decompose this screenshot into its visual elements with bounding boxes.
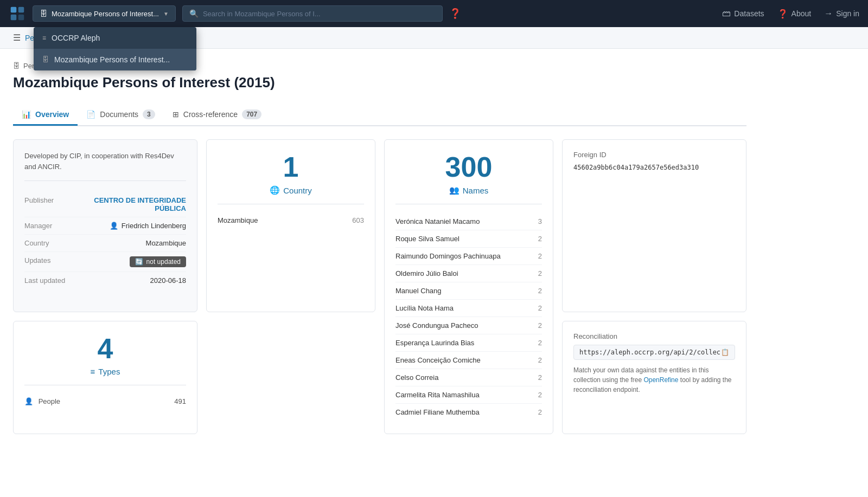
names-list: Verónica Nataniel Macamo 3 Roque Silva S… [395,213,542,421]
name-count-2: 2 [538,252,542,260]
svg-rect-1 [18,7,24,13]
names-stat-number: 300 [395,153,542,181]
tab-overview[interactable]: 📊 Overview [13,105,78,126]
search-input[interactable] [203,10,436,18]
nav-datasets[interactable]: 🗃 Datasets [722,9,764,18]
name-11: Cadmiel Filiane Muthemba [395,408,480,416]
name-count-6: 2 [538,321,542,330]
name-item: José Condungua Pacheco 2 [395,317,542,334]
reconciliation-url: https://aleph.occrp.org/api/2/collec [579,348,720,356]
database-icon-2: 🗄 [42,56,49,63]
doc-icon: 📄 [86,110,95,119]
nav-about[interactable]: ❓ About [777,9,812,19]
publisher-value: CENTRO DE INTEGRIDADE PÚBLICA [83,196,186,212]
info-card: Developed by CIP, in cooperation with Re… [13,139,197,312]
updates-label: Updates [24,256,79,264]
name-1: Roque Silva Samuel [395,235,459,243]
svg-rect-0 [11,7,17,13]
name-item: Esperança Laurinda Bias 2 [395,334,542,352]
not-updated-badge: 🔄 not updated [130,256,186,267]
openrefine-link[interactable]: OpenRefine [643,376,678,384]
name-item: Roque Silva Samuel 2 [395,230,542,248]
people-icon: 👤 [24,397,33,405]
name-count-10: 2 [538,391,542,399]
publisher-label: Publisher [24,196,79,204]
name-10: Carmelita Rita Namashilua [395,391,480,399]
name-4: Manuel Chang [395,287,442,295]
logo[interactable] [9,5,26,22]
info-row-updates: Updates 🔄 not updated [24,252,186,272]
info-row-last-updated: Last updated 2020-06-18 [24,272,186,289]
name-6: José Condungua Pacheco [395,321,478,330]
names-card: 300 👥 Names Verónica Nataniel Macamo 3 R… [384,139,553,434]
cross-ref-badge: 707 [242,109,261,119]
name-item: Oldemiro Júlio Baloi 2 [395,265,542,282]
name-item: Manuel Chang 2 [395,282,542,300]
reconciliation-card: Reconciliation https://aleph.occrp.org/a… [562,321,746,434]
people-row: 👤 People 491 [24,394,186,409]
about-icon: ❓ [777,9,788,19]
name-count-4: 2 [538,287,542,295]
copy-icon[interactable]: 📋 [721,348,729,356]
types-icon: ≡ [91,367,95,376]
name-2: Raimundo Domingos Pachinuapa [395,252,501,260]
name-5: Lucília Nota Hama [395,304,454,312]
name-count-9: 2 [538,373,542,382]
country-stat-number: 1 [218,153,364,181]
info-description: Developed by CIP, in cooperation with Re… [24,151,186,181]
dataset-selector-text: Mozambique Persons of Interest... [52,10,159,18]
globe-icon: 🌐 [270,185,280,195]
country-item-name: Mozambique [218,216,258,224]
header-nav: 🗃 Datasets ❓ About → Sign in [722,9,859,19]
types-stat-label: ≡ Types [24,367,186,376]
name-item: Carmelita Rita Namashilua 2 [395,386,542,404]
sign-in-button[interactable]: → Sign in [824,9,859,18]
foreign-id-card: Foreign ID 45602a9bb6c04a179a2657e56ed3a… [562,139,746,312]
manager-label: Manager [24,222,79,230]
name-count-1: 2 [538,235,542,243]
datasets-icon: 🗃 [722,9,731,18]
name-3: Oldemiro Júlio Baloi [395,269,458,277]
tab-cross-reference[interactable]: ⊞ Cross-reference 707 [164,104,270,126]
people-name: 👤 People [24,397,60,405]
name-count-11: 2 [538,408,542,416]
chevron-down-icon: ▼ [163,11,169,17]
dropdown-item-mozambique[interactable]: 🗄 Mozambique Persons of Interest... [34,49,196,70]
content-grid: Developed by CIP, in cooperation with Re… [13,139,746,434]
chart-icon: 📊 [22,110,31,119]
dataset-selector[interactable]: 🗄 Mozambique Persons of Interest... ▼ [33,5,176,22]
dropdown-menu: ≡ OCCRP Aleph 🗄 Mozambique Persons of In… [34,27,196,70]
country-card: 1 🌐 Country Mozambique 603 [206,139,375,312]
name-count-7: 2 [538,339,542,347]
dropdown-item-occrp[interactable]: ≡ OCCRP Aleph [34,27,196,49]
info-row-manager: Manager 👤 Friedrich Lindenberg [24,217,186,235]
name-count-5: 2 [538,304,542,312]
tab-documents[interactable]: 📄 Documents 3 [78,104,164,126]
name-0: Verónica Nataniel Macamo [395,217,480,225]
foreign-id-value: 45602a9bb6c04a179a2657e56ed3a310 [573,163,735,172]
person-icon: 👤 [110,222,118,230]
country-label: Country [24,239,79,247]
info-row-country: Country Mozambique [24,235,186,252]
page-title: Mozambique Persons of Interest (2015) [13,74,746,91]
country-stat-label: 🌐 Country [218,185,364,195]
sync-icon: 🔄 [135,258,143,266]
help-icon[interactable]: ❓ [449,8,461,20]
sign-in-icon: → [824,9,833,18]
search-bar[interactable]: 🔍 [182,5,443,22]
name-count-0: 3 [538,217,542,225]
name-9: Celso Correia [395,373,438,382]
main-content: 🗄 Persons of interest Mozambique Persons… [0,49,760,447]
reconciliation-description: Match your own data against the entities… [573,365,735,395]
country-value: Mozambique [83,239,186,247]
name-item: Lucília Nota Hama 2 [395,300,542,317]
menu-icon[interactable]: ☰ [13,33,21,43]
reconciliation-title: Reconciliation [573,332,735,340]
name-7: Esperança Laurinda Bias [395,339,474,347]
foreign-id-title: Foreign ID [573,151,735,159]
category-icon: 🗄 [13,62,20,70]
name-item: Cadmiel Filiane Muthemba 2 [395,404,542,421]
cross-ref-icon: ⊞ [173,110,179,119]
documents-badge: 3 [143,109,155,119]
types-stat-number: 4 [24,334,186,363]
